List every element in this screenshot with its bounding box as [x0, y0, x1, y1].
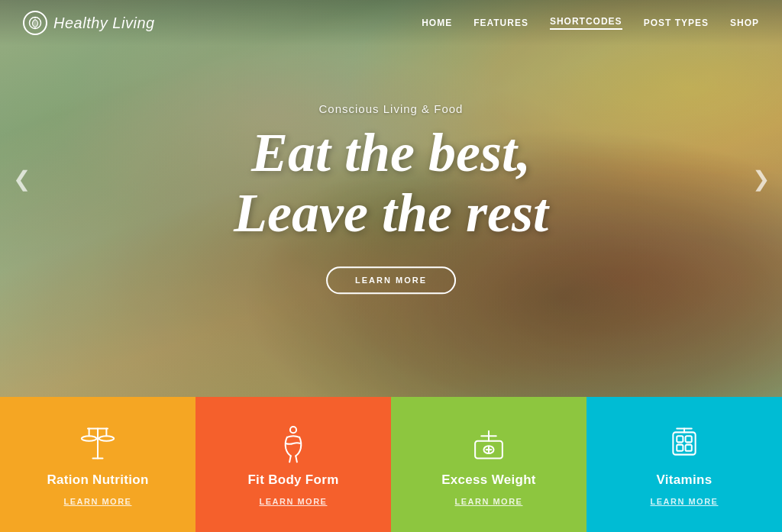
- card-ration-nutrition-link[interactable]: LEARN MORE: [64, 497, 132, 506]
- nav-post-types[interactable]: POST TYPES: [644, 18, 709, 28]
- body-icon: [273, 424, 313, 463]
- svg-line-11: [289, 456, 291, 462]
- svg-rect-19: [673, 432, 695, 454]
- hero-title: Eat the best, Leave the rest: [234, 123, 548, 243]
- carousel-next-arrow[interactable]: ❯: [747, 165, 774, 192]
- scale-icon: [78, 424, 118, 463]
- hero-learn-more-button[interactable]: LEARN MORE: [326, 267, 456, 295]
- card-vitamins-title: Vitamins: [657, 472, 713, 488]
- nav-shop[interactable]: SHOP: [730, 18, 759, 28]
- card-excess-weight: Excess Weight LEARN MORE: [391, 397, 586, 532]
- card-vitamins: Vitamins LEARN MORE: [586, 397, 782, 532]
- card-excess-weight-title: Excess Weight: [441, 472, 536, 488]
- nav-home[interactable]: HOME: [422, 18, 452, 28]
- svg-rect-22: [677, 444, 683, 450]
- card-fit-body-form-title: Fit Body Form: [247, 472, 338, 488]
- card-fit-body-form-link[interactable]: LEARN MORE: [260, 497, 328, 506]
- card-ration-nutrition: Ration Nutrition LEARN MORE: [0, 397, 196, 532]
- feature-cards: Ration Nutrition LEARN MORE Fit Body For…: [0, 397, 782, 532]
- logo[interactable]: Healthy Living: [23, 11, 155, 35]
- nav-features[interactable]: FEATURES: [473, 18, 528, 28]
- card-fit-body-form: Fit Body Form LEARN MORE: [196, 397, 391, 532]
- svg-rect-20: [677, 436, 683, 442]
- vitamins-icon: [664, 424, 704, 463]
- card-vitamins-link[interactable]: LEARN MORE: [651, 497, 719, 506]
- weight-icon: [469, 424, 509, 463]
- hero-subtitle: Conscious Living & Food: [234, 102, 548, 115]
- carousel-prev-arrow[interactable]: ❮: [8, 165, 35, 192]
- nav-shortcodes[interactable]: SHORTCODES: [550, 16, 622, 30]
- header: Healthy Living HOME FEATURES SHORTCODES …: [0, 0, 782, 46]
- card-excess-weight-link[interactable]: LEARN MORE: [455, 497, 523, 506]
- logo-text: Healthy Living: [53, 15, 155, 32]
- svg-point-10: [290, 427, 296, 433]
- hero-content: Conscious Living & Food Eat the best, Le…: [234, 102, 548, 294]
- main-nav: HOME FEATURES SHORTCODES POST TYPES SHOP: [422, 16, 759, 30]
- svg-rect-21: [686, 436, 692, 442]
- logo-icon: [23, 11, 47, 35]
- svg-rect-23: [686, 444, 692, 450]
- hero-title-line1: Eat the best,: [251, 122, 531, 183]
- hero-title-line2: Leave the rest: [234, 183, 548, 244]
- svg-line-12: [296, 456, 297, 462]
- hero-section: ❮ ❯ Conscious Living & Food Eat the best…: [0, 0, 782, 397]
- card-ration-nutrition-title: Ration Nutrition: [47, 472, 148, 488]
